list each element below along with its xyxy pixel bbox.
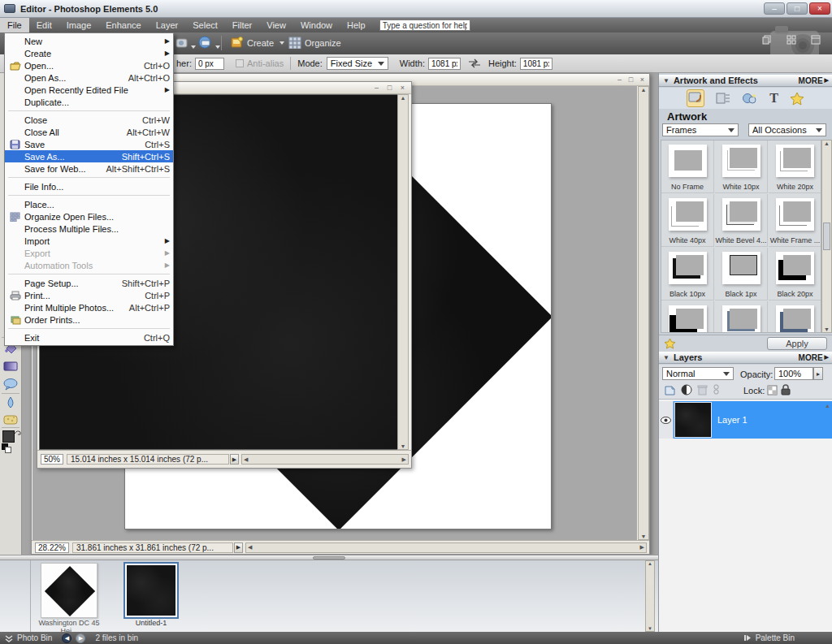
email-button[interactable]: [198, 36, 220, 50]
organize-button[interactable]: Organize: [288, 37, 341, 49]
new-layer-icon[interactable]: [664, 384, 676, 395]
frame-thumbnail[interactable]: White Bevel 4...: [715, 194, 768, 247]
delete-layer-icon[interactable]: [697, 384, 708, 395]
menu-item-new[interactable]: New▶: [5, 35, 173, 47]
menu-window[interactable]: Window: [293, 18, 340, 32]
frame-thumbnail[interactable]: Black 20px: [769, 248, 821, 300]
menu-item-open[interactable]: Open...Ctrl+O: [5, 59, 173, 71]
back-doc-close-icon[interactable]: ×: [637, 76, 648, 84]
menu-image[interactable]: Image: [59, 18, 99, 32]
frame-thumbnail[interactable]: [769, 301, 821, 333]
background-color-swatch[interactable]: [5, 447, 11, 453]
photo-bin-scrollbar[interactable]: ▲ ▼: [645, 560, 655, 632]
menu-layer[interactable]: Layer: [149, 18, 186, 32]
window-view-icon[interactable]: [811, 35, 821, 45]
swap-dimensions-icon[interactable]: [467, 58, 482, 68]
scroll-down-icon[interactable]: ▼: [824, 326, 830, 332]
scroll-down-icon[interactable]: ▼: [401, 443, 406, 449]
themes-tab-icon[interactable]: [716, 92, 730, 105]
menu-item-print[interactable]: Print...Ctrl+P: [5, 289, 173, 301]
layer-row[interactable]: Layer 1: [659, 401, 832, 439]
menu-item-close-all[interactable]: Close AllAlt+Ctrl+W: [5, 126, 173, 138]
scroll-up-icon[interactable]: ▲: [648, 561, 652, 566]
frame-thumbnail[interactable]: No Frame: [661, 140, 714, 193]
frame-thumbnail[interactable]: [661, 301, 714, 333]
apply-button[interactable]: Apply: [767, 337, 827, 350]
front-doc-minimize-icon[interactable]: –: [371, 84, 382, 92]
frame-thumbnail[interactable]: White 40px: [661, 194, 714, 247]
back-doc-vertical-scrollbar[interactable]: ▲ ▼: [638, 86, 649, 540]
scroll-down-icon[interactable]: ▼: [648, 626, 652, 631]
adjustment-layer-icon[interactable]: [681, 384, 692, 395]
lock-all-icon[interactable]: [781, 384, 791, 395]
blur-tool[interactable]: [2, 395, 19, 410]
scroll-right-icon[interactable]: ▶: [640, 544, 644, 551]
menu-item-save[interactable]: SaveCtrl+S: [5, 138, 173, 150]
frame-thumbnail[interactable]: [715, 301, 768, 333]
back-doc-horizontal-scrollbar[interactable]: ◀ ▶: [245, 542, 647, 553]
menu-item-close[interactable]: CloseCtrl+W: [5, 114, 173, 126]
scroll-down-icon[interactable]: ▼: [641, 534, 647, 539]
front-doc-horizontal-scrollbar[interactable]: ◀ ▶: [241, 454, 409, 465]
front-doc-status-menu-button[interactable]: ▶: [230, 454, 239, 465]
help-search-input[interactable]: [379, 19, 470, 31]
menu-file[interactable]: File: [0, 18, 29, 32]
menu-help[interactable]: Help: [340, 18, 373, 32]
text-tab-icon[interactable]: T: [769, 91, 778, 106]
scroll-up-icon[interactable]: ▲: [641, 87, 647, 93]
minimize-button[interactable]: –: [764, 2, 785, 15]
opacity-slider-button[interactable]: ▸: [813, 367, 823, 380]
create-button[interactable]: Create: [231, 37, 284, 49]
back-doc-status-menu-button[interactable]: ▶: [234, 542, 243, 553]
frame-thumbnail[interactable]: Black 10px: [661, 248, 714, 300]
menu-item-open-recent[interactable]: Open Recently Edited File▶: [5, 84, 173, 96]
menu-item-page-setup[interactable]: Page Setup...Shift+Ctrl+P: [5, 277, 173, 289]
menu-item-duplicate[interactable]: Duplicate...: [5, 96, 173, 108]
grid-view-icon[interactable]: [786, 35, 796, 45]
layer-thumbnail[interactable]: [675, 403, 711, 437]
close-button[interactable]: ×: [809, 2, 830, 15]
menu-item-open-as[interactable]: Open As...Alt+Ctrl+O: [5, 71, 173, 84]
maximize-button[interactable]: □: [786, 2, 808, 15]
previous-photo-button[interactable]: ◀: [62, 633, 72, 643]
feather-input[interactable]: [195, 58, 224, 70]
favorites-star-icon[interactable]: [790, 92, 804, 106]
menu-item-import[interactable]: Import▶: [5, 235, 173, 247]
frames-scrollbar[interactable]: ▲ ▼: [821, 140, 832, 333]
menu-item-print-multiple-photos[interactable]: Print Multiple Photos...Alt+Ctrl+P: [5, 301, 173, 313]
layers-more-button[interactable]: MORE▶: [799, 353, 829, 362]
menu-filter[interactable]: Filter: [225, 18, 259, 32]
scroll-left-icon[interactable]: ◀: [248, 544, 252, 551]
swap-colors-icon[interactable]: [14, 429, 21, 436]
menu-item-save-for-web[interactable]: Save for Web...Alt+Shift+Ctrl+S: [5, 162, 173, 175]
back-doc-minimize-icon[interactable]: –: [614, 76, 625, 84]
menu-item-place[interactable]: Place...: [5, 198, 173, 210]
menu-item-save-as[interactable]: Save As...Shift+Ctrl+S: [5, 150, 173, 162]
copy-page-icon[interactable]: [762, 35, 772, 45]
menu-item-organize-open-files[interactable]: Organize Open Files...: [5, 210, 173, 223]
layer-row-body[interactable]: Layer 1: [674, 401, 832, 439]
artwork-more-button[interactable]: MORE▶: [799, 76, 829, 85]
color-swatches[interactable]: [2, 430, 20, 458]
frame-thumbnail[interactable]: White Frame ...: [769, 194, 821, 247]
palette-bin-toggle[interactable]: Palette Bin: [743, 633, 795, 642]
front-doc-close-icon[interactable]: ×: [397, 84, 408, 92]
next-photo-button[interactable]: ▶: [76, 633, 85, 643]
frame-thumbnail[interactable]: White 10px: [715, 140, 768, 193]
menu-item-create[interactable]: Create▶: [5, 47, 173, 59]
mode-select[interactable]: Fixed Size: [327, 57, 388, 70]
blend-mode-select[interactable]: Normal: [662, 367, 734, 380]
layers-scroll-up-icon[interactable]: ▲: [825, 403, 830, 408]
scroll-up-icon[interactable]: ▲: [401, 95, 406, 101]
width-input[interactable]: [428, 58, 461, 70]
menu-item-process-multiple-files[interactable]: Process Multiple Files...: [5, 223, 173, 235]
layer-visibility-toggle[interactable]: [659, 401, 674, 439]
collapse-chevron-icon[interactable]: ▼: [663, 354, 670, 361]
photo-bin-thumb-2-selected[interactable]: [124, 562, 179, 619]
add-favorite-star-icon[interactable]: [664, 338, 676, 349]
menu-item-file-info[interactable]: File Info...: [5, 180, 173, 192]
back-doc-maximize-icon[interactable]: □: [626, 76, 636, 84]
menu-item-exit[interactable]: ExitCtrl+Q: [5, 331, 173, 344]
occasions-select[interactable]: All Occasions: [748, 123, 826, 136]
artwork-palette-header[interactable]: ▼ Artwork and Effects MORE▶: [659, 75, 832, 87]
